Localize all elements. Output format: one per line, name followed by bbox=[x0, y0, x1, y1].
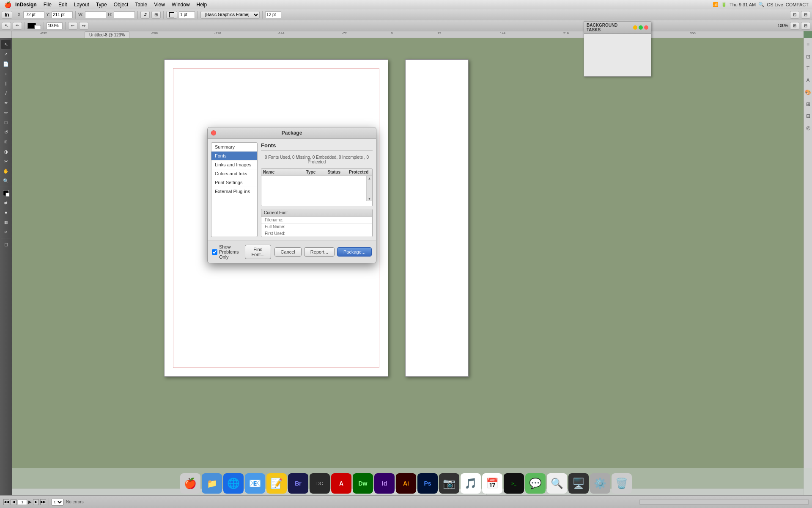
dock-photoshop[interactable]: Ps bbox=[417, 473, 438, 494]
menu-object[interactable]: Object bbox=[110, 1, 132, 8]
dock-finder2[interactable]: 📁 bbox=[202, 473, 222, 494]
align-left-btn[interactable]: ⇐ bbox=[68, 22, 77, 30]
right-tool-6[interactable]: ⊞ bbox=[805, 99, 812, 109]
rectangle-tool[interactable]: □ bbox=[1, 118, 11, 127]
menu-layout[interactable]: Layout bbox=[71, 1, 93, 8]
dock-bridge[interactable]: Br bbox=[288, 473, 308, 494]
opacity-input[interactable] bbox=[47, 22, 63, 29]
x-input[interactable] bbox=[23, 11, 44, 18]
menu-type[interactable]: Type bbox=[93, 1, 110, 8]
view-grid-btn[interactable]: ⊞ bbox=[790, 22, 799, 30]
gap-tool[interactable]: ↕ bbox=[1, 69, 11, 78]
dock-chat[interactable]: 💬 bbox=[525, 473, 546, 494]
dock-search[interactable]: 🔍 bbox=[547, 473, 567, 494]
dock-dreamweaver[interactable]: Dw bbox=[353, 473, 373, 494]
frame-type-select[interactable]: [Basic Graphics Frame] bbox=[200, 11, 260, 19]
nav-summary[interactable]: Summary bbox=[211, 143, 257, 152]
y-input[interactable] bbox=[52, 11, 73, 18]
minimize-btn[interactable] bbox=[633, 25, 637, 30]
menu-edit[interactable]: Edit bbox=[55, 1, 71, 8]
right-tool-7[interactable]: ⊟ bbox=[805, 111, 812, 121]
swap-colors[interactable]: ⇄ bbox=[1, 198, 11, 207]
stroke-swatch[interactable] bbox=[34, 25, 41, 29]
dock-device-central[interactable]: DC bbox=[310, 473, 330, 494]
dock-trash[interactable]: 🗑️ bbox=[612, 473, 632, 494]
rotate-tool[interactable]: ↺ bbox=[1, 127, 11, 137]
fill-tool[interactable] bbox=[1, 188, 11, 198]
dock-prefs[interactable]: ⚙️ bbox=[590, 473, 610, 494]
dock-indesign[interactable]: Id bbox=[374, 473, 395, 494]
pencil-tool[interactable]: ✏ bbox=[1, 108, 11, 117]
selection-tool[interactable]: ↖ bbox=[1, 40, 11, 49]
selection-tool-btn[interactable]: ↖ bbox=[2, 22, 11, 30]
align-center-btn[interactable]: ⇔ bbox=[79, 22, 88, 30]
first-page-btn[interactable]: ◀◀ bbox=[3, 499, 9, 505]
scroll-down[interactable]: ▼ bbox=[367, 196, 372, 201]
direct-selection-tool[interactable]: ↗ bbox=[1, 50, 11, 59]
menu-table[interactable]: Table bbox=[132, 1, 151, 8]
apply-color[interactable]: ■ bbox=[1, 208, 11, 217]
dock-acrobat[interactable]: A bbox=[331, 473, 351, 494]
pen-tool-btn[interactable]: ✏ bbox=[13, 22, 22, 30]
apple-menu[interactable]: 🍎 bbox=[0, 1, 15, 8]
arrange-btn[interactable]: ⊟ bbox=[801, 22, 810, 30]
find-font-button[interactable]: Find Font... bbox=[245, 245, 271, 259]
dock-finder[interactable]: 🍎 bbox=[180, 473, 200, 494]
right-tool-3[interactable]: T bbox=[805, 64, 812, 74]
pt-size-input[interactable] bbox=[265, 11, 281, 18]
menu-file[interactable]: File bbox=[40, 1, 55, 8]
right-tool-8[interactable]: ◎ bbox=[805, 123, 812, 133]
apply-none[interactable]: ⊘ bbox=[1, 227, 11, 237]
nav-fonts[interactable]: Fonts bbox=[211, 152, 257, 160]
dialog-close-btn[interactable] bbox=[211, 130, 216, 135]
pen-tool[interactable]: ✒ bbox=[1, 98, 11, 108]
page-tool[interactable]: 📄 bbox=[1, 59, 11, 69]
status-scrollbar[interactable] bbox=[639, 500, 809, 505]
rotate-btn[interactable]: ↺ bbox=[140, 11, 150, 19]
scissors-tool[interactable]: ✂ bbox=[1, 157, 11, 166]
dock-screen[interactable]: 🖥️ bbox=[568, 473, 589, 494]
stroke-width-input[interactable] bbox=[179, 11, 195, 18]
indesign-logo-btn[interactable]: In bbox=[2, 11, 12, 19]
maximize-btn[interactable] bbox=[639, 25, 643, 30]
menu-help[interactable]: Help bbox=[193, 1, 211, 8]
layout-view-btn[interactable]: ⊟ bbox=[801, 11, 810, 19]
dock-safari[interactable]: 🌐 bbox=[223, 473, 244, 494]
transform-btn[interactable]: ⊞ bbox=[151, 11, 161, 19]
dock-notes[interactable]: 📝 bbox=[266, 473, 287, 494]
right-tool-5[interactable]: 🎨 bbox=[805, 87, 812, 97]
dock-camera[interactable]: 📷 bbox=[439, 473, 459, 494]
close-btn-bg[interactable] bbox=[644, 25, 648, 30]
h-input[interactable] bbox=[114, 11, 135, 18]
preview-mode[interactable]: ◻ bbox=[1, 240, 11, 249]
page-number-input[interactable] bbox=[18, 499, 27, 505]
type-tool[interactable]: T bbox=[1, 79, 11, 88]
last-page-btn[interactable]: ▶▶ bbox=[40, 499, 46, 505]
dock-illustrator[interactable]: Ai bbox=[396, 473, 416, 494]
right-tool-4[interactable]: A bbox=[805, 75, 812, 86]
next-page-btn[interactable]: ▶ bbox=[33, 499, 39, 505]
dock-terminal[interactable]: >_ bbox=[504, 473, 524, 494]
nav-external-plugins[interactable]: External Plug-ins bbox=[211, 187, 257, 196]
hand-tool[interactable]: ✋ bbox=[1, 166, 11, 176]
right-tool-2[interactable]: ⊡ bbox=[805, 52, 812, 62]
dock-calendar[interactable]: 📅 bbox=[482, 473, 502, 494]
view-options-btn[interactable]: ⊡ bbox=[790, 11, 799, 19]
page-select[interactable]: 1 bbox=[52, 499, 63, 505]
show-problems-checkbox[interactable] bbox=[212, 249, 217, 255]
dock-mail[interactable]: 📧 bbox=[245, 473, 265, 494]
apply-gradient[interactable]: ▦ bbox=[1, 218, 11, 227]
report-button[interactable]: Report... bbox=[304, 247, 335, 257]
w-input[interactable] bbox=[85, 11, 106, 18]
scale-tool[interactable]: ⊞ bbox=[1, 137, 11, 146]
menu-view[interactable]: View bbox=[151, 1, 168, 8]
gradient-tool[interactable]: ◑ bbox=[1, 147, 11, 156]
dock-itunes[interactable]: 🎵 bbox=[461, 473, 481, 494]
table-scrollbar[interactable]: ▲ ▼ bbox=[366, 176, 372, 201]
cancel-button[interactable]: Cancel bbox=[274, 247, 302, 257]
line-tool[interactable]: / bbox=[1, 88, 11, 98]
nav-links-images[interactable]: Links and Images bbox=[211, 160, 257, 169]
zoom-tool[interactable]: 🔍 bbox=[1, 176, 11, 185]
right-tool-1[interactable]: ≡ bbox=[805, 40, 812, 50]
nav-colors-inks[interactable]: Colors and Inks bbox=[211, 169, 257, 178]
